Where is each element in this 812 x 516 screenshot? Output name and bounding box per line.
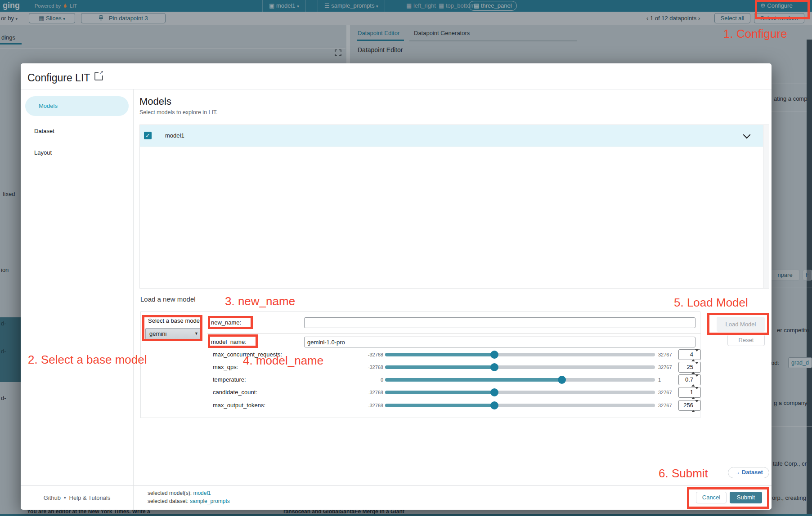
- annotation-step-2: 2. Select a base model: [28, 353, 147, 367]
- annotation-step-5: 5. Load Model: [674, 296, 748, 310]
- slider-thumb[interactable]: [490, 351, 498, 359]
- value-stepper[interactable]: 4: [678, 349, 701, 360]
- annotation-box-submit: [687, 487, 769, 509]
- page-title: Models: [139, 96, 171, 107]
- models-list: ✓ model1: [139, 125, 769, 289]
- slider-max: 32767: [658, 349, 678, 360]
- new-name-input[interactable]: [304, 317, 695, 328]
- stepper-arrows-icon[interactable]: [691, 377, 699, 385]
- slider-thumb[interactable]: [490, 388, 498, 396]
- goto-dataset-button[interactable]: → Dataset: [728, 467, 769, 478]
- slider-track[interactable]: [385, 378, 655, 382]
- slider-track[interactable]: [385, 353, 655, 356]
- slider-max: 32767: [658, 400, 678, 411]
- sidebar-item-dataset[interactable]: Dataset: [34, 128, 54, 134]
- stepper-arrows-icon[interactable]: [691, 402, 699, 410]
- annotation-box-base-model: [142, 315, 202, 341]
- sidebar-item-label: Models: [39, 102, 58, 109]
- slider-row-candidate-count: candidate_count: -32768 32767 1: [141, 387, 701, 398]
- slider-label: max_output_tokens:: [213, 400, 265, 411]
- dot-separator: •: [64, 494, 66, 501]
- annotation-box-model-name: [208, 334, 258, 348]
- sidebar-divider: [133, 89, 134, 510]
- annotation-step-3: 3. new_name: [225, 294, 295, 308]
- models-list-scrollbar[interactable]: [763, 125, 769, 288]
- slider-thumb[interactable]: [558, 376, 566, 384]
- stepper-arrows-icon[interactable]: [691, 389, 699, 397]
- annotation-step-4: 4. model_name: [243, 354, 323, 368]
- value-stepper[interactable]: 1: [678, 387, 701, 398]
- selected-dataset-status: selected dataset: sample_prompts: [148, 498, 230, 504]
- dialog-title: Configure LIT: [27, 72, 103, 84]
- selected-dataset-link[interactable]: sample_prompts: [190, 498, 230, 504]
- slider-row-max-output-tokens: max_output_tokens: -32768 32767 256: [141, 400, 701, 411]
- slider-label: candidate_count:: [213, 387, 257, 398]
- slider-track[interactable]: [385, 365, 655, 369]
- model-name-label: model1: [165, 132, 184, 139]
- external-link-icon[interactable]: [94, 72, 103, 80]
- page-subtitle: Select models to explore in LIT.: [139, 109, 218, 116]
- chevron-down-icon[interactable]: [743, 131, 751, 139]
- slider-label: max_qps:: [213, 362, 238, 373]
- slider-max: 1: [658, 374, 678, 385]
- configure-lit-dialog: Configure LIT Models Dataset Layout Mode…: [21, 63, 772, 510]
- value-stepper[interactable]: 256: [678, 400, 701, 411]
- annotation-step-1: 1. Configure: [723, 27, 787, 41]
- model-checkbox[interactable]: ✓: [144, 132, 152, 139]
- value-stepper[interactable]: 25: [678, 362, 701, 373]
- load-new-model-label: Load a new model: [140, 295, 196, 303]
- slider-max: 32767: [658, 362, 678, 373]
- sidebar-item-models[interactable]: Models: [25, 96, 129, 116]
- help-tutorials-link[interactable]: Help & Tutorials: [69, 494, 111, 501]
- slider-track[interactable]: [385, 391, 655, 394]
- annotation-box-load-model: [707, 313, 769, 335]
- slider-fill: [385, 404, 494, 407]
- selected-model-link[interactable]: model1: [193, 490, 211, 496]
- slider-min: -32768: [331, 362, 383, 373]
- slider-thumb[interactable]: [490, 363, 498, 371]
- model-row[interactable]: ✓ model1: [140, 125, 763, 147]
- slider-row-max-qps: max_qps: -32768 32767 25: [141, 362, 701, 373]
- value-stepper[interactable]: 0.7: [678, 374, 701, 385]
- slider-fill: [385, 365, 494, 369]
- annotation-box-new-name: [208, 316, 253, 329]
- slider-label: temperature:: [213, 374, 246, 385]
- sidebar-item-layout[interactable]: Layout: [34, 149, 52, 156]
- slider-min: 0: [331, 374, 383, 385]
- annotation-box-configure: [755, 0, 810, 19]
- annotation-step-6: 6. Submit: [659, 467, 708, 480]
- slider-thumb[interactable]: [490, 401, 498, 409]
- slider-min: -32768: [331, 387, 383, 398]
- arrow-right-icon: →: [734, 469, 740, 476]
- footer-divider: [21, 485, 772, 486]
- slider-track[interactable]: [385, 404, 655, 407]
- slider-row-temperature: temperature: 0 1 0.7: [141, 374, 701, 385]
- slider-fill: [385, 391, 494, 394]
- slider-fill: [385, 353, 494, 356]
- form-divider: [207, 333, 701, 334]
- slider-min: -32768: [331, 349, 383, 360]
- reset-button[interactable]: Reset: [727, 334, 765, 346]
- slider-min: -32768: [331, 400, 383, 411]
- stepper-arrows-icon[interactable]: [691, 351, 699, 360]
- github-link[interactable]: Github: [44, 494, 61, 501]
- slider-row-max-concurrent-requests: max_concurrent_requests: -32768 32767 4: [141, 349, 701, 360]
- selected-models-status: selected model(s): model1: [148, 490, 211, 496]
- slider-fill: [385, 378, 562, 382]
- model-name-input[interactable]: [304, 337, 695, 347]
- stepper-arrows-icon[interactable]: [691, 364, 699, 372]
- footer-links: Github • Help & Tutorials: [21, 486, 133, 510]
- slider-max: 32767: [658, 387, 678, 398]
